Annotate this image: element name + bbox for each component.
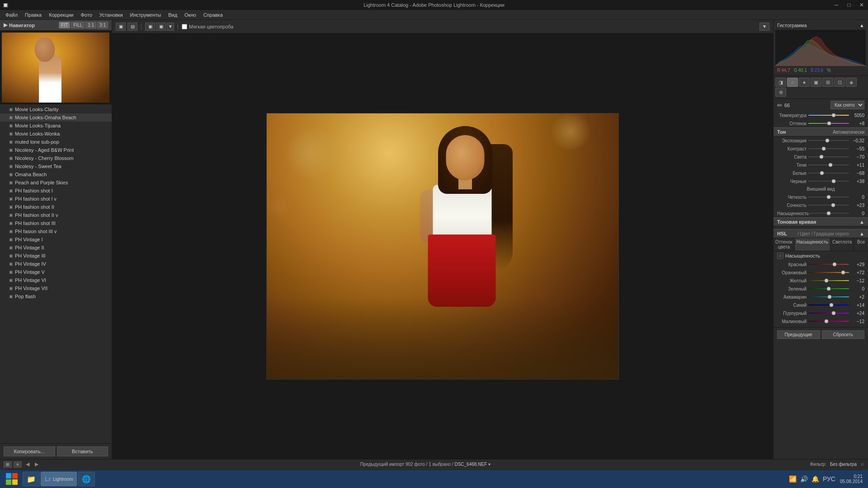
preset-item-ph2v[interactable]: ▣ PH fashion shot II v: [0, 211, 112, 219]
copy-button[interactable]: Копировать...: [4, 446, 55, 456]
reset-button[interactable]: Сбросить: [822, 330, 865, 339]
preset-item-phv6[interactable]: ▣ PH Vintage VI: [0, 276, 112, 284]
preset-item-phv1[interactable]: ▣ PH Vintage I: [0, 235, 112, 244]
tool-lens[interactable]: ⊡: [834, 78, 845, 87]
tool-hsl[interactable]: ●: [799, 78, 810, 87]
saturation-slider[interactable]: [808, 210, 849, 216]
menu-window[interactable]: Окно: [181, 11, 200, 19]
exposure-slider[interactable]: [808, 137, 849, 144]
hsl-tab-all[interactable]: Все: [854, 238, 868, 251]
paste-button[interactable]: Вставить: [57, 446, 108, 456]
nav-1to1-button[interactable]: 1:1: [85, 22, 96, 28]
hsl-yellow-slider[interactable]: [808, 277, 849, 284]
nav-fill-button[interactable]: FILL: [71, 22, 85, 28]
tool-effects[interactable]: ◈: [846, 78, 857, 87]
filename-dropdown-icon[interactable]: ▾: [488, 462, 491, 467]
preset-item-omaha-beach[interactable]: ▣ Omaha Beach: [0, 170, 112, 178]
menu-edit[interactable]: Правка: [21, 11, 45, 19]
hsl-green-slider[interactable]: [808, 286, 849, 292]
wb-preset-dropdown[interactable]: Как снято: [830, 101, 864, 109]
hsl-tab-saturation[interactable]: Насыщенность: [795, 238, 830, 251]
preset-item-phv3[interactable]: ▣ PH Vintage III: [0, 252, 112, 260]
hsl-orange-slider[interactable]: [808, 269, 849, 276]
taskbar-explorer[interactable]: 📁: [23, 472, 40, 486]
preset-item-tijuana[interactable]: ▣ Movie Looks-Tijuana: [0, 122, 112, 130]
preset-item-phv7[interactable]: ▣ PH Vintage VII: [0, 284, 112, 292]
navigator-collapse-icon[interactable]: ▶: [4, 22, 7, 28]
view-compare-button[interactable]: ▤: [127, 23, 137, 31]
taskbar-lightroom[interactable]: Lr Lightroom: [41, 472, 77, 486]
shadows-slider[interactable]: [808, 162, 849, 168]
next-photo-icon[interactable]: ▶: [33, 460, 41, 469]
whites-slider[interactable]: [808, 170, 849, 176]
highlights-slider[interactable]: [808, 154, 849, 160]
preset-item-peach[interactable]: ▣ Peach and Purple Skies: [0, 178, 112, 187]
vibrance-slider[interactable]: [808, 202, 849, 208]
minimize-button[interactable]: ─: [830, 0, 843, 10]
tool-split-tone[interactable]: ▣: [811, 78, 821, 87]
menu-help[interactable]: Справка: [200, 11, 226, 19]
preset-item-pop-flash[interactable]: ▣ Pop flash: [0, 292, 112, 300]
network-icon[interactable]: 📶: [788, 474, 797, 483]
menu-tools[interactable]: Инструменты: [127, 11, 165, 19]
tone-curve-header[interactable]: Тоновая кривая ▲: [774, 217, 868, 226]
preset-item-aged-bw[interactable]: ▣ Nicolesy - Aged B&W Print: [0, 146, 112, 154]
nav-fit-button[interactable]: FIT: [59, 22, 70, 28]
menu-presets[interactable]: Установки: [96, 11, 127, 19]
view-loupe-button[interactable]: ▣: [116, 23, 126, 31]
canvas-expand-button[interactable]: ▼: [760, 23, 769, 31]
tool-tone-curve[interactable]: ○: [787, 78, 798, 87]
preset-item-ph3v[interactable]: ▣ PH fasion shot III v: [0, 227, 112, 235]
preset-item-ph2[interactable]: ▣ PH fashion shot II: [0, 203, 112, 211]
clarity-slider[interactable]: [808, 194, 849, 200]
view-option-2[interactable]: ▣: [156, 23, 166, 31]
hsl-red-slider[interactable]: [808, 261, 849, 267]
view-dropdown[interactable]: ▼: [167, 23, 174, 31]
nav-3to1-button[interactable]: 3:1: [97, 22, 108, 28]
eyedropper-icon[interactable]: ✏: [777, 102, 783, 109]
hsl-toggle-button[interactable]: ○: [777, 253, 783, 259]
maximize-button[interactable]: □: [843, 0, 855, 10]
tool-detail[interactable]: ⊞: [822, 78, 833, 87]
taskbar-chrome[interactable]: 🌐: [78, 472, 95, 486]
preset-item-ph3[interactable]: ▣ PH fashion shot III: [0, 219, 112, 227]
notification-icon[interactable]: 🔔: [811, 474, 820, 483]
temperature-slider[interactable]: [808, 112, 849, 118]
close-button[interactable]: ✕: [855, 0, 868, 10]
hsl-tab-hue[interactable]: Оттенок цвета: [774, 238, 795, 251]
hsl-purple-slider[interactable]: [808, 310, 849, 316]
menu-corrections[interactable]: Коррекции: [45, 11, 77, 19]
preset-item-wonka[interactable]: ▣ Movie Looks-Wonka: [0, 130, 112, 138]
volume-icon[interactable]: 🔊: [799, 474, 809, 483]
preset-item-phv4[interactable]: ▣ PH Vintage IV: [0, 260, 112, 268]
menu-photo[interactable]: Фото: [77, 11, 96, 19]
keyboard-layout[interactable]: РУС: [822, 474, 836, 483]
tool-basic[interactable]: ◨: [775, 78, 786, 87]
blacks-slider[interactable]: [808, 178, 849, 184]
preset-item-ph1[interactable]: ▣ PH fashion shot I: [0, 187, 112, 195]
tool-camera-cal[interactable]: ⊕: [775, 88, 786, 97]
hsl-collapse-icon[interactable]: ▲: [859, 231, 864, 236]
tone-section-header[interactable]: Тон Автоматически: [774, 127, 868, 136]
tint-slider[interactable]: [808, 120, 849, 127]
view-option-1[interactable]: ▣: [145, 23, 155, 31]
color-proof-checkbox[interactable]: [182, 24, 187, 29]
preset-item-cherry[interactable]: ▣ Nicolesy - Cherry Blossom: [0, 154, 112, 162]
menu-view[interactable]: Вид: [165, 11, 181, 19]
hsl-section-header[interactable]: HSL / Цвет / Градации серого ▲: [774, 229, 868, 238]
prev-photo-icon[interactable]: ◀: [24, 460, 32, 469]
preset-item-omaha[interactable]: ▣ Movie Looks-Omaha Beach: [0, 113, 112, 122]
preset-item-sweet-tea[interactable]: ▣ Nicolesy - Sweet Tea: [0, 162, 112, 170]
hsl-tab-luminance[interactable]: Светлота: [830, 238, 854, 251]
hsl-aqua-slider[interactable]: [808, 294, 849, 300]
preset-item-ph1v[interactable]: ▣ PH fashion shot l v: [0, 195, 112, 203]
histogram-collapse-icon[interactable]: ▲: [859, 23, 864, 28]
tone-curve-collapse-icon[interactable]: ▲: [859, 219, 864, 225]
previous-button[interactable]: Предыдущие: [777, 330, 820, 339]
preset-item-phv5[interactable]: ▣ PH Vintage V: [0, 268, 112, 276]
filter-toggle[interactable]: ☆: [860, 462, 864, 467]
start-button[interactable]: [2, 470, 22, 488]
hsl-magenta-slider[interactable]: [808, 318, 849, 324]
navigator-preview[interactable]: [2, 33, 109, 103]
view-grid-button[interactable]: ⊞: [4, 461, 12, 468]
